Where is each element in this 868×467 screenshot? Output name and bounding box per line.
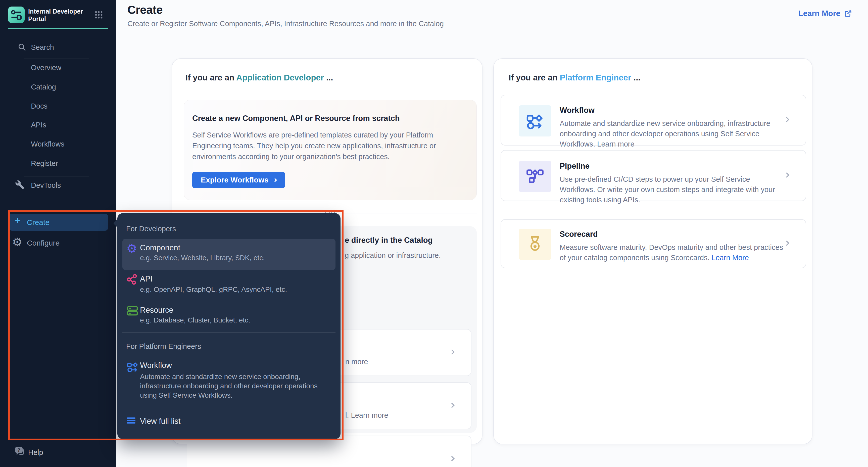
scorecard-desc-text: Measure software maturity. DevOps maturi… [560,243,783,262]
workflow-row-desc: Automate and standardize new service onb… [560,118,786,149]
sidebar-accent-rule [8,28,108,29]
sidebar-divider [24,176,89,177]
flyout-divider [122,408,336,408]
catalog-row[interactable]: ore [187,436,471,467]
plus-icon: + [14,215,21,227]
page-subtitle: Create or Register Software Components, … [127,20,444,28]
pipeline-icon [519,161,551,192]
workflow-row[interactable]: Workflow Automate and standardize new se… [501,95,806,146]
sidebar-item-workflows[interactable]: Workflows [31,140,64,148]
sidebar-item-configure[interactable]: Configure [27,239,60,247]
workflow-row-title: Workflow [560,106,595,115]
sidebar-item-create[interactable] [9,214,108,231]
scorecard-row[interactable]: Scorecard Measure software maturity. Dev… [501,219,806,268]
catalog-section-subtitle: g application or infrastructure. [345,251,441,260]
header-divider [116,33,868,33]
flyout-for-platform-engineers-header: For Platform Engineers [126,342,201,351]
api-subtitle: e.g. OpenAPI, GraphQL, gRPC, AsyncAPI, e… [140,285,287,293]
chevron-right-icon [449,456,455,461]
create-from-scratch-panel: Create a new Component, API or Resource … [184,100,477,200]
scorecard-row-title: Scorecard [560,230,598,239]
heading-suffix: ... [324,73,333,82]
sidebar-divider [24,59,89,59]
external-link-icon [844,9,852,18]
heading-prefix: If you are an [509,73,560,82]
component-gear-icon: ⚙ [126,242,137,254]
list-icon [126,416,136,425]
component-title: Component [140,243,180,252]
explore-workflows-label: Explore Workflows [201,176,269,184]
sidebar-item-create-label: Create [27,218,50,227]
sidebar-item-help[interactable]: Help [28,448,43,457]
sidebar-item-devtools[interactable]: DevTools [31,181,61,189]
scratch-panel-body: Self Service Workflows are pre-defined t… [192,130,468,162]
help-chat-icon: ? [14,446,26,458]
sidebar-item-search[interactable]: Search [31,43,54,52]
sidebar-item-catalog[interactable]: Catalog [31,83,56,91]
sidebar-item-overview[interactable]: Overview [31,64,61,72]
resource-subtitle: e.g. Database, Cluster, Bucket, etc. [140,316,250,324]
create-flyout-menu: For Developers ⚙ Component e.g. Service,… [117,213,341,439]
page-title: Create [127,3,163,17]
view-full-list-label: View full list [140,417,180,426]
catalog-row-text: n more [345,358,368,366]
svg-text:?: ? [17,447,20,453]
apps-grid-icon[interactable] [94,10,103,19]
heading-highlight: Platform Engineer [560,73,631,82]
catalog-section-title: e directly in the Catalog [345,236,433,245]
plat-card-heading: If you are an Platform Engineer ... [509,73,640,83]
chevron-right-icon [449,349,455,354]
flyout-for-developers-header: For Developers [126,225,176,233]
resource-icon [126,305,138,317]
app-title: Internal Developer Portal [28,7,92,23]
wrench-icon [15,180,25,189]
chevron-right-icon [449,402,455,408]
search-icon[interactable] [18,43,26,51]
pipeline-row-title: Pipeline [560,162,590,171]
flyout-divider [122,332,336,333]
sidebar: Internal Developer Portal Search Overvie… [0,0,116,467]
component-subtitle: e.g. Service, Website, Library, SDK, etc… [140,254,265,262]
workflow-icon [126,361,139,373]
workflow-desc: Automate and standardize new service onb… [140,372,318,400]
chevron-right-icon [273,178,277,182]
catalog-row-text: l. Learn more [345,411,388,419]
workflow-title: Workflow [140,361,172,370]
heading-suffix: ... [631,73,641,82]
learn-more-link[interactable]: Learn More [798,9,852,18]
platform-engineer-card: If you are an Platform Engineer ... Work… [493,58,812,444]
heading-highlight: Application Developer [236,73,324,82]
scorecard-learn-more-link[interactable]: Learn More [712,254,749,262]
scratch-panel-title: Create a new Component, API or Resource … [192,114,400,123]
scorecard-row-desc: Measure software maturity. DevOps maturi… [560,242,786,263]
heading-prefix: If you are an [185,73,236,82]
pipeline-row[interactable]: Pipeline Use pre-defined CI/CD steps to … [501,150,806,201]
workflow-icon [519,105,551,136]
learn-more-label: Learn More [798,9,840,18]
api-title: API [140,275,153,283]
scorecard-medal-icon [519,229,551,260]
api-icon [126,274,138,285]
pipeline-row-desc: Use pre-defined CI/CD steps to power up … [560,174,786,205]
sidebar-item-register[interactable]: Register [31,159,58,168]
explore-workflows-button[interactable]: Explore Workflows [192,172,285,188]
app-logo-icon [8,6,25,23]
dev-card-heading: If you are an Application Developer ... [185,73,333,83]
sidebar-item-docs[interactable]: Docs [31,102,48,110]
gear-icon: ⚙ [12,235,22,249]
sidebar-item-apis[interactable]: APIs [31,121,46,129]
resource-title: Resource [140,306,174,315]
catalog-row-text: ore [345,465,356,467]
